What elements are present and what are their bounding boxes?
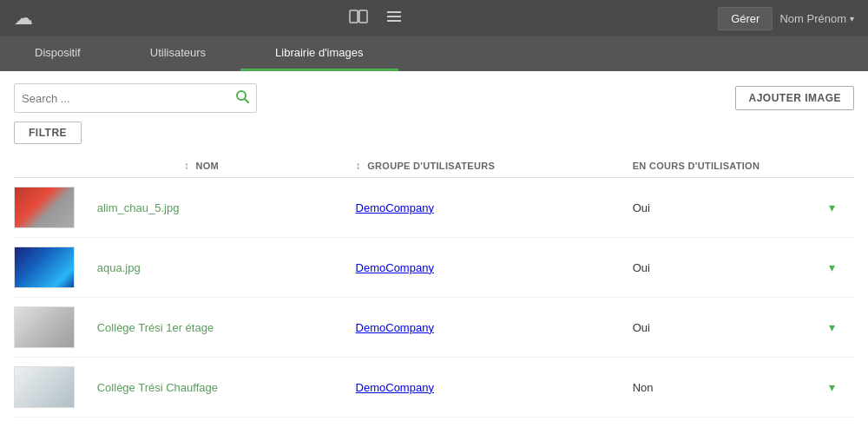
svg-rect-0 <box>350 10 358 23</box>
group-link[interactable]: DemoCompany <box>356 261 434 274</box>
cell-group: DemoCompany <box>356 298 633 358</box>
sort-nom-icon: ↕ <box>184 160 189 172</box>
col-header-thumbnail <box>14 155 97 178</box>
subnav-librairie[interactable]: Librairie d'images <box>240 36 398 71</box>
cell-action: ▾ <box>817 358 854 418</box>
sort-group-icon: ↕ <box>356 160 361 172</box>
col-status-label: EN COURS D'UTILISATION <box>633 161 760 171</box>
cell-thumbnail <box>14 358 97 418</box>
col-header-group[interactable]: ↕ GROUPE D'UTILISATEURS <box>356 155 633 178</box>
cell-name[interactable]: Collège Trési Chauffage <box>97 358 356 418</box>
subnav-dispositif-label: Dispositif <box>35 46 81 59</box>
svg-rect-1 <box>359 10 367 23</box>
cell-name[interactable]: Collège Trési 1er étage <box>97 298 356 358</box>
topbar: ☁ Gérer Nom Prénom ▾ <box>0 0 868 36</box>
search-row: AJOUTER IMAGE <box>14 83 854 113</box>
table-row: aqua.jpgDemoCompanyOui▾ <box>14 238 854 298</box>
svg-line-7 <box>245 99 248 102</box>
content-area: AJOUTER IMAGE FILTRE ↕ NOM ↕ GROUPE D'UT… <box>0 71 868 434</box>
table-row: alim_chau_5.jpgDemoCompanyOui▾ <box>14 178 854 238</box>
topbar-center <box>349 9 403 29</box>
thumbnail-image[interactable] <box>14 366 75 408</box>
subnav: Dispositif Utilisateurs Librairie d'imag… <box>0 36 868 71</box>
search-button[interactable] <box>235 89 249 107</box>
group-link[interactable]: DemoCompany <box>356 321 434 334</box>
images-table: ↕ NOM ↕ GROUPE D'UTILISATEURS EN COURS D… <box>14 155 854 418</box>
add-image-button[interactable]: AJOUTER IMAGE <box>735 86 854 110</box>
col-nom-label: NOM <box>195 161 219 171</box>
cell-action: ▾ <box>817 298 854 358</box>
book-icon[interactable] <box>349 9 368 29</box>
cell-thumbnail <box>14 298 97 358</box>
topbar-left: ☁ <box>14 7 33 30</box>
thumbnail-image[interactable] <box>14 306 75 348</box>
list-icon[interactable] <box>385 10 403 28</box>
cell-status: Oui <box>633 298 818 358</box>
cell-thumbnail <box>14 238 97 298</box>
cell-group: DemoCompany <box>356 358 633 418</box>
subnav-librairie-label: Librairie d'images <box>275 46 363 59</box>
cell-thumbnail <box>14 178 97 238</box>
col-header-action <box>817 155 854 178</box>
row-dropdown-icon[interactable]: ▾ <box>829 320 835 334</box>
filter-row: FILTRE <box>14 122 854 144</box>
search-input[interactable] <box>22 92 235 105</box>
user-chevron-icon: ▾ <box>850 14 854 23</box>
table-row: Collège Trési 1er étageDemoCompanyOui▾ <box>14 298 854 358</box>
cell-group: DemoCompany <box>356 238 633 298</box>
user-name: Nom Prénom <box>779 12 846 25</box>
topbar-right: Gérer Nom Prénom ▾ <box>718 7 854 30</box>
cell-status: Oui <box>633 238 818 298</box>
cell-name[interactable]: aqua.jpg <box>97 238 356 298</box>
col-header-nom[interactable]: ↕ NOM <box>97 155 356 178</box>
cell-group: DemoCompany <box>356 178 633 238</box>
cell-status: Non <box>633 358 818 418</box>
cell-action: ▾ <box>817 238 854 298</box>
gerer-button[interactable]: Gérer <box>718 7 773 30</box>
cell-status: Oui <box>633 178 818 238</box>
group-link[interactable]: DemoCompany <box>356 381 434 394</box>
table-row: Collège Trési ChauffageDemoCompanyNon▾ <box>14 358 854 418</box>
cloud-icon: ☁ <box>14 7 33 30</box>
table-header-row: ↕ NOM ↕ GROUPE D'UTILISATEURS EN COURS D… <box>14 155 854 178</box>
subnav-utilisateurs[interactable]: Utilisateurs <box>115 36 240 71</box>
search-box <box>14 83 257 113</box>
table-wrap: ↕ NOM ↕ GROUPE D'UTILISATEURS EN COURS D… <box>14 155 854 434</box>
col-header-status: EN COURS D'UTILISATION <box>633 155 818 178</box>
thumbnail-image[interactable] <box>14 247 75 288</box>
filter-button[interactable]: FILTRE <box>14 122 82 144</box>
cell-name[interactable]: alim_chau_5.jpg <box>97 178 356 238</box>
group-link[interactable]: DemoCompany <box>356 201 434 214</box>
col-group-label: GROUPE D'UTILISATEURS <box>367 161 495 171</box>
cell-action: ▾ <box>817 178 854 238</box>
subnav-utilisateurs-label: Utilisateurs <box>150 46 206 59</box>
user-menu[interactable]: Nom Prénom ▾ <box>779 12 854 25</box>
subnav-dispositif[interactable]: Dispositif <box>0 36 115 71</box>
thumbnail-image[interactable] <box>14 187 75 228</box>
row-dropdown-icon[interactable]: ▾ <box>829 260 835 274</box>
row-dropdown-icon[interactable]: ▾ <box>829 380 835 394</box>
row-dropdown-icon[interactable]: ▾ <box>829 201 835 214</box>
